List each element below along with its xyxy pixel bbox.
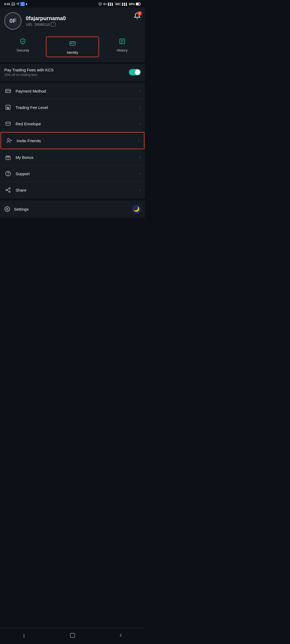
settings-label: Settings (14, 207, 28, 211)
profile-info: 0fajarpurnama0 UID: 29590110 (26, 15, 141, 27)
trading-fee-icon: % (4, 104, 12, 111)
invite-friends-icon (5, 137, 13, 144)
username: 0fajarpurnama0 (26, 15, 141, 21)
quick-actions: Security Identity History (0, 33, 145, 62)
menu-item-my-bonus[interactable]: My Bonus › (0, 149, 145, 166)
trading-fee-arrow: › (139, 105, 141, 110)
svg-line-26 (7, 190, 9, 191)
invite-friends-arrow: › (138, 138, 140, 143)
identity-label: Identity (67, 50, 78, 54)
identity-icon (68, 39, 77, 48)
kcs-subtitle: 20% off on trading fees (4, 73, 53, 77)
history-icon (117, 36, 127, 46)
red-envelope-label: Red Envelope (16, 122, 139, 126)
invite-friends-label: Invite Friends (17, 138, 138, 143)
notification-count: 7 (137, 11, 142, 16)
status-bar: 5:41 ✓ ▌▌▌ 4G+ ▌▌▌ 60% (0, 0, 145, 8)
battery-icon (136, 2, 141, 6)
menu-item-invite-friends[interactable]: Invite Friends › (1, 132, 144, 149)
red-envelope-arrow: › (139, 121, 141, 126)
svg-rect-4 (136, 3, 139, 5)
shield-check-icon (20, 38, 26, 45)
app-icon: ✓ (20, 2, 25, 6)
security-label: Security (17, 48, 29, 52)
svg-text:%: % (7, 107, 9, 109)
notification-bell[interactable]: 7 (134, 12, 141, 19)
profile-header: 0F 0fajarpurnama0 UID: 29590110 7 (0, 8, 145, 33)
my-bonus-label: My Bonus (16, 155, 139, 160)
red-envelope-icon (4, 120, 12, 127)
kcs-text: Pay Trading Fees with KCS 20% off on tra… (4, 68, 53, 77)
history-label: History (117, 48, 127, 52)
svg-line-27 (7, 189, 9, 190)
signal-bars-2: ▌▌▌ (122, 3, 128, 6)
id-card-icon (69, 40, 76, 47)
menu-item-trading-fee-level[interactable]: % Trading Fee Level › (0, 99, 145, 116)
my-bonus-arrow: › (139, 155, 141, 160)
support-label: Support (16, 171, 139, 176)
payment-method-icon (4, 87, 12, 95)
menu-item-support[interactable]: Support › (0, 166, 145, 182)
status-time: 5:41 ✓ (4, 2, 27, 6)
uid-row: UID: 29590110 (26, 23, 141, 27)
action-identity[interactable]: Identity (46, 36, 99, 57)
payment-method-label: Payment Method (16, 89, 139, 93)
svg-rect-13 (6, 89, 10, 93)
share-icon (4, 186, 12, 194)
svg-point-25 (8, 175, 8, 175)
alarm-icon (98, 2, 102, 6)
uid-value: 29590110 (34, 23, 50, 27)
svg-point-6 (71, 43, 72, 44)
network-type: 4G+ (115, 2, 121, 6)
settings-left: Settings (4, 206, 28, 212)
mute-icon (103, 2, 107, 6)
gallery-icon (11, 2, 15, 6)
security-icon (18, 36, 28, 46)
trading-fee-label: Trading Fee Level (16, 105, 139, 110)
menu-item-share[interactable]: Share › (0, 182, 145, 198)
svg-point-28 (6, 208, 8, 210)
kcs-toggle[interactable] (129, 69, 141, 75)
battery-display: 60% (129, 2, 135, 6)
share-label: Share (16, 188, 139, 192)
signal-bars: ▌▌▌ (108, 3, 114, 6)
payment-method-arrow: › (139, 89, 141, 93)
status-indicators: ▌▌▌ 4G+ ▌▌▌ 60% (98, 2, 141, 6)
menu-section: Payment Method › % Trading Fee Level › R… (0, 83, 145, 198)
send-icon (16, 2, 19, 6)
svg-point-1 (12, 3, 13, 4)
dark-mode-toggle[interactable]: 🌙 (132, 205, 141, 213)
menu-item-payment-method[interactable]: Payment Method › (0, 83, 145, 99)
svg-point-20 (8, 138, 9, 140)
time-display: 5:41 (4, 2, 10, 6)
settings-gear-icon (4, 206, 10, 212)
my-bonus-icon (4, 153, 12, 161)
moon-symbol: 🌙 (133, 206, 139, 212)
menu-item-red-envelope[interactable]: Red Envelope › (0, 116, 145, 132)
svg-point-16 (9, 91, 10, 92)
copy-uid-button[interactable] (52, 23, 55, 27)
history-list-icon (119, 38, 125, 45)
svg-rect-19 (6, 122, 10, 126)
settings-row[interactable]: Settings 🌙 (0, 200, 145, 218)
status-dot (26, 3, 27, 5)
avatar: 0F (4, 12, 21, 30)
share-arrow: › (139, 188, 141, 192)
action-history[interactable]: History (99, 36, 145, 57)
kcs-title: Pay Trading Fees with KCS (4, 68, 53, 72)
toggle-knob (135, 69, 140, 75)
action-security[interactable]: Security (0, 36, 46, 57)
support-arrow: › (139, 171, 141, 176)
support-icon (4, 170, 12, 177)
kcs-fee-row: Pay Trading Fees with KCS 20% off on tra… (0, 64, 145, 81)
